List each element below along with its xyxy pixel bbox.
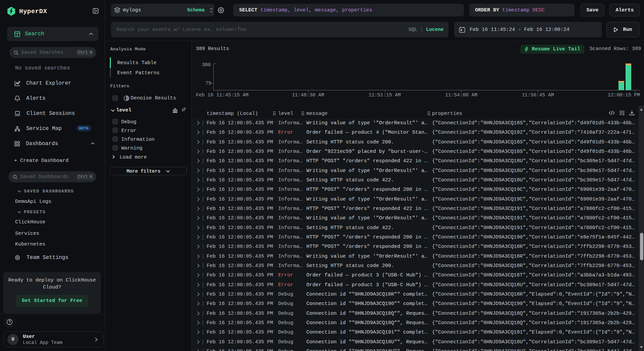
svg-text:11:54:00 AM: 11:54:00 AM — [445, 92, 477, 98]
svg-text:11:56:45 AM: 11:56:45 AM — [522, 92, 554, 98]
svg-text:11:51:15 AM: 11:51:15 AM — [369, 92, 401, 98]
svg-text:300: 300 — [202, 62, 211, 68]
svg-text:75: 75 — [206, 81, 211, 86]
svg-text:12:00:15 PM: 12:00:15 PM — [608, 92, 640, 98]
svg-text:11:48:30 AM: 11:48:30 AM — [292, 92, 324, 98]
svg-text:Feb 16 11:45:15 AM: Feb 16 11:45:15 AM — [196, 92, 249, 98]
